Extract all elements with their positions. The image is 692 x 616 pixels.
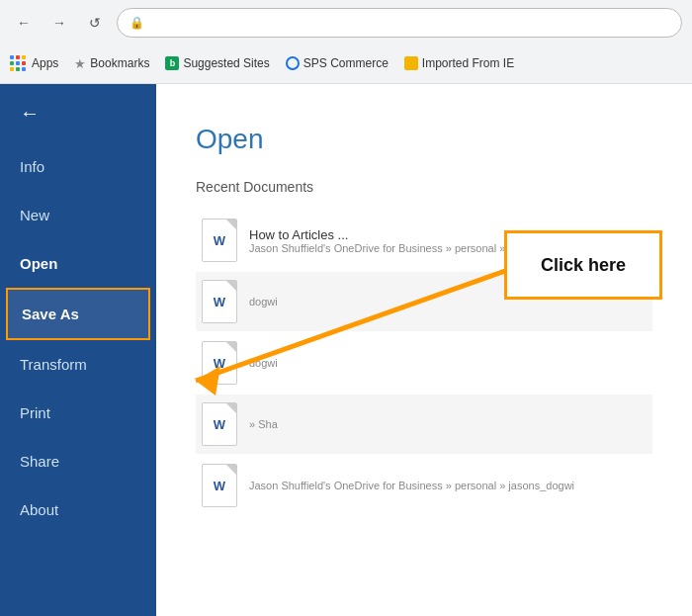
ie-icon xyxy=(404,56,418,70)
doc-path-2: dogwi xyxy=(249,357,278,369)
sidebar-item-saveas[interactable]: Save As xyxy=(6,288,150,340)
word-icon-2: W xyxy=(202,341,237,385)
doc-item-4[interactable]: W Jason Shuffield's OneDrive for Busines… xyxy=(196,456,652,515)
doc-info-4: Jason Shuffield's OneDrive for Business … xyxy=(249,480,574,491)
click-here-label: Click here xyxy=(541,255,626,276)
apps-label: Apps xyxy=(32,56,58,70)
word-icon-4: W xyxy=(202,464,237,507)
suggested-sites-label: Suggested Sites xyxy=(183,56,269,70)
sidebar: ← Info New Open Save As Transform Print … xyxy=(0,84,156,616)
bookmarks-label: Bookmarks xyxy=(90,56,149,70)
sidebar-item-about[interactable]: About xyxy=(0,485,156,534)
sidebar-item-new[interactable]: New xyxy=(0,191,156,239)
bookmark-apps[interactable]: Apps xyxy=(10,55,58,71)
suggested-sites-icon: b xyxy=(165,56,179,70)
browser-chrome: ← → ↺ 🔒 Apps ★ Bookmarks b Suggested Sit… xyxy=(0,0,692,84)
main-content: Open Recent Documents W How to Articles … xyxy=(156,84,692,616)
recent-documents-label: Recent Documents xyxy=(196,179,652,195)
forward-button[interactable]: → xyxy=(45,9,73,37)
bookmarks-bar: Apps ★ Bookmarks b Suggested Sites SPS C… xyxy=(0,44,692,82)
word-icon-0: W xyxy=(202,219,237,262)
apps-grid-icon xyxy=(10,55,26,71)
sidebar-item-info[interactable]: Info xyxy=(0,142,156,191)
bookmark-bookmarks[interactable]: ★ Bookmarks xyxy=(74,56,149,71)
sps-icon xyxy=(286,56,300,70)
bookmark-suggested-sites[interactable]: b Suggested Sites xyxy=(165,56,269,70)
back-button[interactable]: ← xyxy=(10,9,38,37)
doc-info-1: dogwi xyxy=(249,296,278,308)
doc-info-2: dogwi xyxy=(249,357,278,369)
click-here-callout: Click here xyxy=(504,230,662,300)
doc-path-3: » Sha xyxy=(249,418,278,430)
sps-label: SPS Commerce xyxy=(303,56,389,70)
app-layout: ← Info New Open Save As Transform Print … xyxy=(0,84,692,616)
sidebar-item-share[interactable]: Share xyxy=(0,437,156,485)
bookmark-sps-commerce[interactable]: SPS Commerce xyxy=(286,56,389,70)
sidebar-item-transform[interactable]: Transform xyxy=(0,340,156,389)
bookmark-imported-ie[interactable]: Imported From IE xyxy=(404,56,514,70)
lock-icon: 🔒 xyxy=(130,16,144,30)
ie-label: Imported From IE xyxy=(422,56,514,70)
sidebar-item-print[interactable]: Print xyxy=(0,389,156,437)
star-icon: ★ xyxy=(74,56,86,71)
address-bar[interactable]: 🔒 xyxy=(117,8,682,38)
page-title: Open xyxy=(196,124,652,155)
sidebar-nav: Info New Open Save As Transform Print Sh… xyxy=(0,142,156,616)
sidebar-back-button[interactable]: ← xyxy=(0,84,156,142)
doc-path-4: Jason Shuffield's OneDrive for Business … xyxy=(249,480,574,491)
doc-item-3[interactable]: W » Sha xyxy=(196,395,652,454)
doc-path-1: dogwi xyxy=(249,296,278,308)
refresh-button[interactable]: ↺ xyxy=(81,9,109,37)
word-icon-1: W xyxy=(202,280,237,323)
word-icon-3: W xyxy=(202,402,237,446)
sidebar-item-open[interactable]: Open xyxy=(0,239,156,288)
doc-info-3: » Sha xyxy=(249,418,278,430)
doc-item-2[interactable]: W dogwi xyxy=(196,333,652,393)
